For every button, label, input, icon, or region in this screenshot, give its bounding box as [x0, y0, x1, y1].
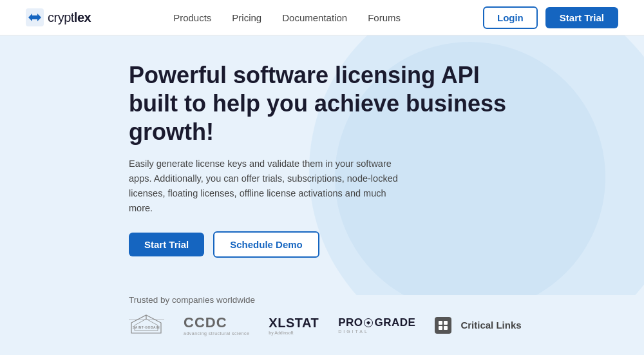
svg-rect-8	[444, 321, 448, 325]
svg-rect-9	[439, 326, 442, 330]
logo-icon	[26, 8, 44, 26]
logo-prograde: PRO GRADE DIGITAL	[338, 316, 415, 334]
nav-products[interactable]: Products	[173, 12, 211, 23]
hero-content: Powerful software licensing API built to…	[129, 61, 528, 258]
hero-buttons: Start Trial Schedule Demo	[129, 231, 528, 258]
schedule-demo-button[interactable]: Schedule Demo	[213, 231, 319, 258]
logo-ccdc: CCDC advancing structural science	[184, 314, 249, 336]
navbar-links: Products Pricing Documentation Forums	[173, 12, 401, 23]
hero-description: Easily generate license keys and validat…	[129, 157, 406, 216]
start-trial-nav-button[interactable]: Start Trial	[545, 7, 618, 28]
nav-forums[interactable]: Forums	[368, 12, 401, 23]
svg-rect-7	[439, 321, 442, 325]
nav-pricing[interactable]: Pricing	[232, 12, 261, 23]
navbar: cryptlex Products Pricing Documentation …	[0, 0, 644, 35]
trusted-logos: SAINT·GOBAIN CCDC advancing structural s…	[129, 314, 644, 336]
svg-rect-10	[444, 326, 448, 330]
nav-documentation[interactable]: Documentation	[282, 12, 347, 23]
logo-text: cryptlex	[48, 10, 91, 25]
trusted-section: Trusted by companies worldwide SAINT·GOB…	[0, 295, 644, 355]
logo-critical-links: Critical Links	[435, 317, 521, 334]
hero-section: Powerful software licensing API built to…	[0, 35, 644, 295]
start-trial-hero-button[interactable]: Start Trial	[129, 233, 204, 256]
svg-text:SAINT·GOBAIN: SAINT·GOBAIN	[133, 325, 160, 329]
logo-saint-gobain: SAINT·GOBAIN	[129, 314, 164, 336]
logo[interactable]: cryptlex	[26, 8, 91, 26]
navbar-actions: Login Start Trial	[483, 6, 618, 29]
hero-title: Powerful software licensing API built to…	[129, 61, 528, 146]
logo-xlstat: XLSTAT by Addinsoft	[269, 316, 319, 335]
trusted-label: Trusted by companies worldwide	[129, 295, 644, 305]
login-button[interactable]: Login	[483, 6, 538, 29]
